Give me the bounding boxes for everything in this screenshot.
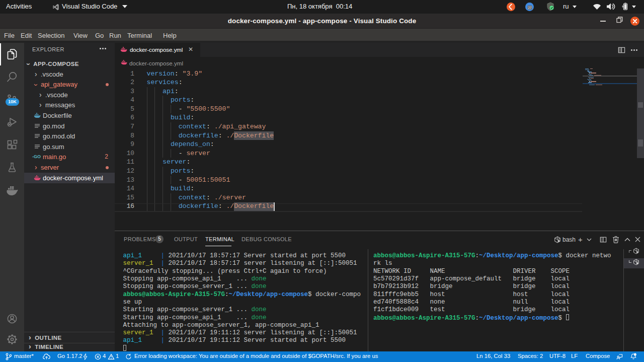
svg-text:27: 27 <box>528 6 532 10</box>
